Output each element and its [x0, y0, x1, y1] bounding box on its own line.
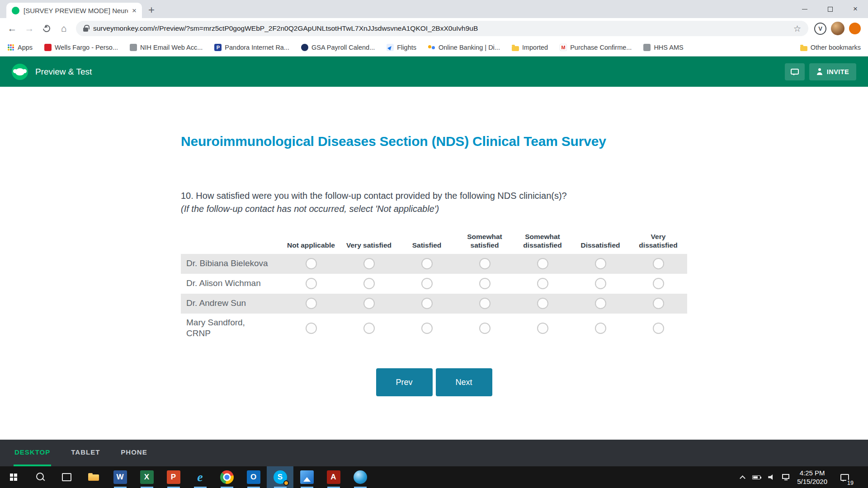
radio-row2-col4[interactable] [479, 278, 491, 289]
matrix-cell [282, 298, 340, 309]
invite-button[interactable]: INVITE [809, 63, 856, 80]
other-bookmarks-button[interactable]: Other bookmarks [800, 44, 861, 51]
matrix-row: Dr. Andrew Sun [181, 294, 687, 314]
tab-phone[interactable]: PHONE [120, 440, 148, 466]
radio-row2-col5[interactable] [537, 278, 548, 289]
radio-row4-col1[interactable] [306, 323, 317, 334]
acrobat-button[interactable]: A [320, 466, 347, 488]
taskbar-clock[interactable]: 4:25 PM 5/15/2020 [797, 469, 827, 486]
bookmark-hhs-ams[interactable]: HHS AMS [643, 44, 683, 51]
radio-row4-col7[interactable] [653, 323, 664, 334]
excel-button[interactable]: X [133, 466, 160, 488]
radio-row1-col2[interactable] [363, 258, 375, 269]
radio-row4-col4[interactable] [479, 323, 491, 334]
radio-row3-col6[interactable] [595, 298, 606, 309]
radio-row1-col1[interactable] [306, 258, 317, 269]
tab-close-icon[interactable]: × [132, 7, 137, 14]
matrix-cell [571, 278, 629, 289]
new-tab-button[interactable]: + [148, 5, 155, 15]
prev-button[interactable]: Prev [376, 368, 433, 396]
task-view-button[interactable] [53, 466, 80, 488]
maximize-button[interactable] [817, 0, 843, 18]
column-header: Somewhat satisfied [456, 232, 514, 250]
browser-tab[interactable]: [SURVEY PREVIEW MODE] Neuro × [6, 3, 142, 18]
bookmark-imported[interactable]: Imported [512, 44, 548, 51]
word-icon: W [113, 470, 127, 484]
radio-row3-col5[interactable] [537, 298, 548, 309]
word-button[interactable]: W [107, 466, 133, 488]
radio-row3-col7[interactable] [653, 298, 664, 309]
question-note: (If the follow-up contact has not occurr… [181, 204, 687, 214]
bookmark-wells-fargo[interactable]: Wells Fargo - Perso... [44, 44, 118, 51]
chrome-button[interactable] [213, 466, 240, 488]
radio-row1-col5[interactable] [537, 258, 548, 269]
profile-avatar[interactable] [831, 22, 844, 35]
tab-desktop[interactable]: DESKTOP [14, 440, 51, 466]
clock-date: 5/15/2020 [797, 477, 827, 486]
bookmark-star-icon[interactable]: ☆ [793, 23, 801, 34]
radio-row1-col4[interactable] [479, 258, 491, 269]
tab-title: [SURVEY PREVIEW MODE] Neuro [24, 7, 128, 14]
next-button[interactable]: Next [436, 368, 492, 396]
photos-button[interactable] [293, 466, 320, 488]
bookmark-gsa-payroll[interactable]: GSA Payroll Calend... [301, 44, 375, 51]
radio-row4-col3[interactable] [421, 323, 433, 334]
internet-explorer-button[interactable]: e [187, 466, 213, 488]
search-button[interactable] [27, 466, 53, 488]
bookmark-flights[interactable]: Flights [387, 44, 416, 51]
bookmark-apps[interactable]: Apps [7, 44, 33, 51]
radio-row3-col3[interactable] [421, 298, 433, 309]
globe-button[interactable] [347, 466, 373, 488]
browser-menu-update-icon[interactable] [849, 23, 861, 34]
refresh-button[interactable] [38, 20, 55, 37]
radio-row3-col4[interactable] [479, 298, 491, 309]
back-button[interactable]: ← [4, 20, 21, 37]
radio-row1-col3[interactable] [421, 258, 433, 269]
radio-row4-col5[interactable] [537, 323, 548, 334]
url-text[interactable]: surveymonkey.com/r/Preview/?sm=mrz5ctP0g… [93, 24, 788, 33]
radio-row2-col7[interactable] [653, 278, 664, 289]
other-bookmarks-label: Other bookmarks [811, 44, 861, 51]
matrix-row: Dr. Alison Wichman [181, 274, 687, 294]
powerpoint-button[interactable]: P [160, 466, 187, 488]
bookmark-online-banking[interactable]: Online Banking | Di... [428, 44, 500, 51]
battery-icon[interactable] [752, 475, 760, 479]
matrix-cell [571, 258, 629, 269]
outlook-button[interactable]: O [240, 466, 267, 488]
radio-row3-col1[interactable] [306, 298, 317, 309]
radio-row4-col6[interactable] [595, 323, 606, 334]
radio-row3-col2[interactable] [363, 298, 375, 309]
network-icon[interactable] [782, 474, 789, 479]
forward-button[interactable]: → [21, 20, 38, 37]
surveymonkey-logo-icon[interactable] [12, 64, 28, 80]
chevron-up-icon[interactable] [740, 475, 745, 481]
comments-button[interactable] [785, 63, 805, 80]
minimize-button[interactable] [792, 0, 817, 18]
skype-button[interactable]: S [267, 466, 293, 488]
close-button[interactable]: × [843, 0, 868, 18]
radio-row2-col3[interactable] [421, 278, 433, 289]
start-button[interactable] [0, 466, 27, 488]
gsa-payroll-icon [301, 44, 308, 51]
file-explorer-icon [87, 470, 100, 484]
bookmarks-list: AppsWells Fargo - Perso...NIH Email Web … [7, 44, 684, 51]
tab-tablet[interactable]: TABLET [70, 440, 101, 466]
matrix-cell [629, 298, 687, 309]
matrix-cell [514, 278, 571, 289]
radio-row4-col2[interactable] [363, 323, 375, 334]
address-bar[interactable]: surveymonkey.com/r/Preview/?sm=mrz5ctP0g… [76, 21, 808, 36]
bookmark-nih-email[interactable]: NIH Email Web Acc... [130, 44, 203, 51]
radio-row2-col2[interactable] [363, 278, 375, 289]
action-center-button[interactable]: 19 [835, 468, 854, 487]
home-button[interactable]: ⌂ [55, 20, 72, 37]
file-explorer-button[interactable] [80, 466, 107, 488]
radio-row1-col6[interactable] [595, 258, 606, 269]
radio-row2-col6[interactable] [595, 278, 606, 289]
extension-v-icon[interactable]: V [814, 23, 826, 35]
volume-icon[interactable] [768, 474, 774, 480]
radio-row1-col7[interactable] [653, 258, 664, 269]
radio-row2-col1[interactable] [306, 278, 317, 289]
matrix-cell [456, 323, 514, 334]
bookmark-purchase-confirmed[interactable]: MPurchase Confirme... [560, 44, 632, 51]
bookmark-pandora[interactable]: PPandora Internet Ra... [214, 44, 289, 51]
